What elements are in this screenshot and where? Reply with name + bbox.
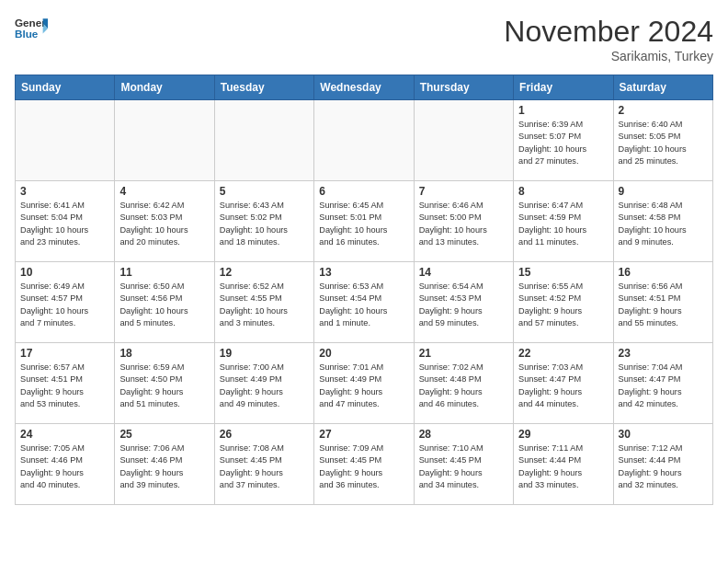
title-block: November 2024 Sarikamis, Turkey: [504, 15, 713, 63]
calendar-cell: 25Sunrise: 7:06 AM Sunset: 4:46 PM Dayli…: [115, 424, 214, 505]
calendar-cell: [314, 100, 414, 181]
day-number: 26: [220, 428, 309, 441]
day-info: Sunrise: 7:01 AM Sunset: 4:49 PM Dayligh…: [319, 362, 408, 410]
day-number: 22: [518, 347, 608, 360]
day-number: 3: [20, 185, 109, 198]
day-info: Sunrise: 6:50 AM Sunset: 4:56 PM Dayligh…: [119, 281, 209, 329]
weekday-header-tuesday: Tuesday: [214, 75, 313, 100]
day-info: Sunrise: 7:09 AM Sunset: 4:45 PM Dayligh…: [319, 442, 408, 491]
weekday-header-monday: Monday: [115, 75, 214, 100]
day-number: 4: [119, 185, 209, 198]
calendar-cell: 13Sunrise: 6:53 AM Sunset: 4:54 PM Dayli…: [314, 262, 414, 343]
day-number: 24: [20, 428, 109, 441]
day-number: 16: [619, 266, 708, 279]
day-number: 20: [319, 347, 408, 360]
calendar-cell: 22Sunrise: 7:03 AM Sunset: 4:47 PM Dayli…: [514, 343, 613, 424]
calendar-cell: 23Sunrise: 7:04 AM Sunset: 4:47 PM Dayli…: [613, 343, 712, 424]
day-number: 17: [20, 347, 109, 360]
calendar-table: SundayMondayTuesdayWednesdayThursdayFrid…: [15, 75, 713, 505]
day-info: Sunrise: 6:56 AM Sunset: 4:51 PM Dayligh…: [619, 281, 708, 329]
day-info: Sunrise: 6:55 AM Sunset: 4:52 PM Dayligh…: [518, 281, 608, 329]
calendar-cell: [414, 100, 513, 181]
day-info: Sunrise: 7:02 AM Sunset: 4:48 PM Dayligh…: [419, 362, 508, 410]
weekday-header-thursday: Thursday: [414, 75, 513, 100]
calendar-cell: 18Sunrise: 6:59 AM Sunset: 4:50 PM Dayli…: [115, 343, 214, 424]
calendar-cell: 12Sunrise: 6:52 AM Sunset: 4:55 PM Dayli…: [214, 262, 313, 343]
day-number: 15: [518, 266, 608, 279]
day-number: 28: [419, 428, 508, 441]
logo: General Blue: [15, 15, 48, 42]
day-number: 1: [518, 104, 608, 117]
calendar-week-4: 17Sunrise: 6:57 AM Sunset: 4:51 PM Dayli…: [16, 343, 713, 424]
day-number: 11: [119, 266, 209, 279]
day-info: Sunrise: 6:59 AM Sunset: 4:50 PM Dayligh…: [119, 362, 209, 410]
calendar-cell: 26Sunrise: 7:08 AM Sunset: 4:45 PM Dayli…: [214, 424, 313, 505]
calendar-week-2: 3Sunrise: 6:41 AM Sunset: 5:04 PM Daylig…: [16, 181, 713, 262]
day-number: 23: [619, 347, 708, 360]
calendar-cell: 14Sunrise: 6:54 AM Sunset: 4:53 PM Dayli…: [414, 262, 513, 343]
day-number: 10: [20, 266, 109, 279]
day-number: 8: [518, 185, 608, 198]
day-number: 9: [619, 185, 708, 198]
weekday-header-saturday: Saturday: [613, 75, 712, 100]
day-info: Sunrise: 6:47 AM Sunset: 4:59 PM Dayligh…: [518, 200, 608, 248]
day-info: Sunrise: 6:53 AM Sunset: 4:54 PM Dayligh…: [319, 281, 408, 329]
calendar-cell: 24Sunrise: 7:05 AM Sunset: 4:46 PM Dayli…: [16, 424, 115, 505]
day-number: 18: [119, 347, 209, 360]
day-info: Sunrise: 6:54 AM Sunset: 4:53 PM Dayligh…: [419, 281, 508, 329]
day-info: Sunrise: 6:46 AM Sunset: 5:00 PM Dayligh…: [419, 200, 508, 248]
calendar-cell: 5Sunrise: 6:43 AM Sunset: 5:02 PM Daylig…: [214, 181, 313, 262]
calendar-cell: 4Sunrise: 6:42 AM Sunset: 5:03 PM Daylig…: [115, 181, 214, 262]
day-number: 2: [619, 104, 708, 117]
day-info: Sunrise: 7:05 AM Sunset: 4:46 PM Dayligh…: [20, 442, 109, 491]
day-number: 30: [619, 428, 708, 441]
day-number: 21: [419, 347, 508, 360]
day-info: Sunrise: 6:52 AM Sunset: 4:55 PM Dayligh…: [220, 281, 309, 329]
day-number: 27: [319, 428, 408, 441]
weekday-header-friday: Friday: [514, 75, 613, 100]
day-info: Sunrise: 7:06 AM Sunset: 4:46 PM Dayligh…: [119, 442, 209, 491]
location-subtitle: Sarikamis, Turkey: [504, 49, 713, 63]
calendar-week-3: 10Sunrise: 6:49 AM Sunset: 4:57 PM Dayli…: [16, 262, 713, 343]
calendar-cell: 19Sunrise: 7:00 AM Sunset: 4:49 PM Dayli…: [214, 343, 313, 424]
day-info: Sunrise: 6:43 AM Sunset: 5:02 PM Dayligh…: [220, 200, 309, 248]
calendar-cell: 7Sunrise: 6:46 AM Sunset: 5:00 PM Daylig…: [414, 181, 513, 262]
month-title: November 2024: [504, 15, 713, 49]
calendar-cell: 28Sunrise: 7:10 AM Sunset: 4:45 PM Dayli…: [414, 424, 513, 505]
calendar-cell: 8Sunrise: 6:47 AM Sunset: 4:59 PM Daylig…: [514, 181, 613, 262]
calendar-cell: 10Sunrise: 6:49 AM Sunset: 4:57 PM Dayli…: [16, 262, 115, 343]
day-info: Sunrise: 7:11 AM Sunset: 4:44 PM Dayligh…: [518, 442, 608, 491]
logo-icon: General Blue: [15, 15, 48, 42]
day-info: Sunrise: 7:10 AM Sunset: 4:45 PM Dayligh…: [419, 442, 508, 491]
day-info: Sunrise: 7:12 AM Sunset: 4:44 PM Dayligh…: [619, 442, 708, 491]
day-info: Sunrise: 6:39 AM Sunset: 5:07 PM Dayligh…: [518, 119, 608, 167]
day-info: Sunrise: 6:45 AM Sunset: 5:01 PM Dayligh…: [319, 200, 408, 248]
weekday-header-wednesday: Wednesday: [314, 75, 414, 100]
day-number: 13: [319, 266, 408, 279]
day-number: 12: [220, 266, 309, 279]
calendar-cell: 11Sunrise: 6:50 AM Sunset: 4:56 PM Dayli…: [115, 262, 214, 343]
page-header: General Blue November 2024 Sarikamis, Tu…: [15, 15, 713, 63]
day-info: Sunrise: 7:03 AM Sunset: 4:47 PM Dayligh…: [518, 362, 608, 410]
day-number: 29: [518, 428, 608, 441]
day-info: Sunrise: 7:04 AM Sunset: 4:47 PM Dayligh…: [619, 362, 708, 410]
calendar-cell: 29Sunrise: 7:11 AM Sunset: 4:44 PM Dayli…: [514, 424, 613, 505]
calendar-cell: 2Sunrise: 6:40 AM Sunset: 5:05 PM Daylig…: [613, 100, 712, 181]
day-info: Sunrise: 6:49 AM Sunset: 4:57 PM Dayligh…: [20, 281, 109, 329]
day-info: Sunrise: 6:48 AM Sunset: 4:58 PM Dayligh…: [619, 200, 708, 248]
day-info: Sunrise: 6:57 AM Sunset: 4:51 PM Dayligh…: [20, 362, 109, 410]
calendar-cell: 16Sunrise: 6:56 AM Sunset: 4:51 PM Dayli…: [613, 262, 712, 343]
day-number: 14: [419, 266, 508, 279]
day-info: Sunrise: 7:00 AM Sunset: 4:49 PM Dayligh…: [220, 362, 309, 410]
calendar-cell: [115, 100, 214, 181]
day-number: 5: [220, 185, 309, 198]
calendar-week-5: 24Sunrise: 7:05 AM Sunset: 4:46 PM Dayli…: [16, 424, 713, 505]
weekday-header-sunday: Sunday: [16, 75, 115, 100]
calendar-header: SundayMondayTuesdayWednesdayThursdayFrid…: [16, 75, 713, 100]
calendar-cell: 27Sunrise: 7:09 AM Sunset: 4:45 PM Dayli…: [314, 424, 414, 505]
calendar-cell: 3Sunrise: 6:41 AM Sunset: 5:04 PM Daylig…: [16, 181, 115, 262]
calendar-cell: 1Sunrise: 6:39 AM Sunset: 5:07 PM Daylig…: [514, 100, 613, 181]
day-number: 19: [220, 347, 309, 360]
calendar-week-1: 1Sunrise: 6:39 AM Sunset: 5:07 PM Daylig…: [16, 100, 713, 181]
calendar-cell: 15Sunrise: 6:55 AM Sunset: 4:52 PM Dayli…: [514, 262, 613, 343]
